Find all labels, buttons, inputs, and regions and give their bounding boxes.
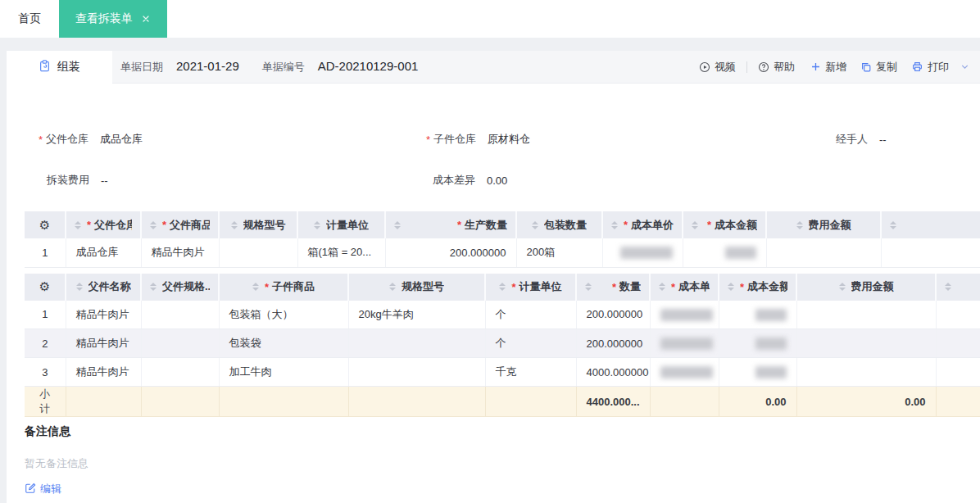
parent-spec-cell (141, 329, 219, 358)
spec-cell (219, 238, 297, 267)
sort-icon (945, 283, 951, 291)
unit-cell: 个 (485, 301, 576, 329)
col-parent-spec[interactable]: 父件规格... (141, 274, 219, 301)
extra-cell (936, 329, 980, 358)
sort-icon (659, 283, 665, 291)
help-button[interactable]: 帮助 (758, 60, 795, 75)
tab-home[interactable]: 首页 (0, 0, 59, 38)
col-unit[interactable]: *计量单位 (485, 274, 576, 301)
sort-icon (839, 283, 846, 291)
col-cost-price[interactable]: *成本单价 (650, 274, 719, 301)
qty-cell: 200.000000 (576, 329, 650, 358)
redacted-value (660, 366, 713, 378)
document-panel: 组装 单据日期 2021-01-29 单据编号 AD-20210129-001 … (7, 51, 980, 503)
tab-view-disassembly-order[interactable]: 查看拆装单 (59, 0, 167, 38)
sort-icon (890, 221, 896, 229)
child-table-row[interactable]: 1 精品牛肉片 包装箱（大） 20kg牛羊肉 个 200.000000 (25, 301, 980, 329)
col-spec[interactable]: 规格型号 (219, 211, 297, 238)
extra-cell (936, 358, 980, 387)
cost-price-cell (650, 329, 719, 358)
parent-table-header-row: ⚙ *父件仓库 *父件商品 规格型号 计量单位 *生产数量 包装数量 *成本单价… (25, 211, 980, 238)
redacted-value (755, 338, 787, 350)
col-extra[interactable] (881, 211, 980, 238)
tab-assemble[interactable]: 组装 (7, 51, 112, 84)
field-fee: 拆装费用 -- (47, 172, 108, 188)
col-extra[interactable] (936, 274, 980, 301)
col-fee-amount[interactable]: 费用金额 (766, 211, 881, 238)
remarks-title: 备注信息 (25, 424, 980, 439)
cost-amount-cell (683, 238, 766, 267)
col-parent-product[interactable]: *父件商品 (141, 211, 219, 238)
cost-price-cell (650, 358, 719, 387)
fee-amount-cell (766, 238, 881, 267)
col-cost-amount[interactable]: *成本金额 (719, 274, 796, 301)
window-tab-bar: 首页 查看拆装单 (0, 0, 980, 38)
col-production-qty[interactable]: *生产数量 (385, 211, 516, 238)
col-package-qty[interactable]: 包装数量 (516, 211, 602, 238)
sort-icon (252, 283, 259, 291)
subtotal-cost-amount: 0.00 (719, 387, 796, 417)
sort-icon (150, 283, 157, 291)
fee-value: -- (101, 174, 108, 187)
child-product-cell: 包装箱（大） (219, 301, 348, 329)
video-button[interactable]: 视频 (699, 60, 736, 75)
redacted-value (755, 366, 787, 378)
sort-icon (499, 283, 506, 291)
doc-date-value: 2021-01-29 (176, 59, 239, 73)
child-table-row[interactable]: 3 精品牛肉片 加工牛肉 千克 4000.000000 (25, 358, 980, 387)
child-warehouse-value: 原材料仓 (488, 132, 530, 147)
print-button[interactable]: 打印 (911, 60, 949, 75)
col-spec[interactable]: 规格型号 (348, 274, 485, 301)
parent-spec-cell (141, 358, 219, 387)
subtotal-cost-price (650, 387, 719, 417)
parent-warehouse-value: 成品仓库 (100, 132, 143, 147)
col-cost-amount[interactable]: *成本金额 (683, 211, 766, 238)
sort-icon (76, 283, 83, 291)
edit-icon (25, 483, 36, 496)
fee-amount-cell (796, 329, 936, 358)
add-button[interactable]: 新增 (810, 60, 846, 75)
column-settings-gear-icon[interactable]: ⚙ (25, 274, 66, 301)
field-handler: 经手人 -- (836, 131, 887, 147)
sort-icon (532, 221, 538, 229)
row-index: 2 (25, 329, 66, 358)
doc-number-label: 单据编号 (262, 60, 305, 75)
production-qty-cell: 200.000000 (385, 238, 516, 267)
col-cost-price[interactable]: *成本单价 (602, 211, 683, 238)
order-form: *父件仓库 成品仓库 *子件仓库 原材料仓 经手人 -- 拆装费用 -- 成本差… (7, 84, 980, 211)
cost-price-cell (650, 301, 719, 329)
cost-diff-value: 0.00 (487, 174, 507, 187)
child-table-header-row: ⚙ 父件名称 父件规格... *子件商品 规格型号 *计量单位 *数量 *成本单… (25, 274, 980, 301)
field-parent-warehouse: *父件仓库 成品仓库 (39, 131, 143, 147)
redacted-value (620, 247, 673, 259)
close-icon[interactable] (141, 14, 151, 24)
spec-cell: 20kg牛羊肉 (348, 301, 485, 329)
subtotal-label: 小计 (25, 387, 66, 417)
sort-icon (692, 221, 698, 229)
parent-spec-cell (141, 301, 219, 329)
col-fee-amount[interactable]: 费用金额 (796, 274, 936, 301)
col-qty[interactable]: *数量 (576, 274, 650, 301)
col-unit[interactable]: 计量单位 (297, 211, 385, 238)
subtotal-row: 小计 4400.000... 0.00 0.00 (25, 387, 980, 417)
edit-remarks-button[interactable]: 编辑 (25, 482, 61, 496)
sort-icon (394, 221, 401, 229)
col-parent-name[interactable]: 父件名称 (66, 274, 141, 301)
question-circle-icon (758, 61, 769, 73)
fee-amount-cell (796, 301, 936, 329)
copy-icon (860, 61, 872, 73)
remarks-section: 备注信息 暂无备注信息 编辑 (25, 417, 980, 497)
copy-button[interactable]: 复制 (860, 60, 897, 75)
required-mark: * (426, 134, 430, 146)
extra-cell (936, 301, 980, 329)
sort-icon (150, 221, 157, 229)
column-settings-gear-icon[interactable]: ⚙ (25, 211, 66, 238)
chevron-down-icon[interactable] (960, 61, 970, 72)
cost-price-cell (602, 238, 683, 267)
doc-meta: 单据日期 2021-01-29 单据编号 AD-20210129-001 (120, 59, 418, 75)
parent-table-row[interactable]: 1 成品仓库 精品牛肉片 箱(1箱 = 20... 200.000000 200… (25, 238, 980, 267)
col-child-product[interactable]: *子件商品 (219, 274, 348, 301)
col-parent-warehouse[interactable]: *父件仓库 (66, 211, 141, 238)
required-mark: * (39, 134, 43, 146)
child-table-row[interactable]: 2 精品牛肉片 包装袋 个 200.000000 (25, 329, 980, 358)
